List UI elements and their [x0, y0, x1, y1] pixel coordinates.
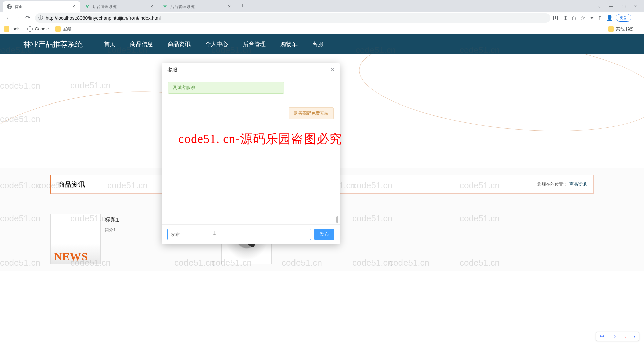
- browser-tab-1[interactable]: 后台管理系统 ×: [80, 1, 158, 12]
- toolbar-icons: ⚿ ⊕ ⎙ ☆ ✦ ▯ 👤: [553, 15, 613, 21]
- folder-icon: [608, 26, 614, 32]
- news-info: 标题1 简介1: [105, 214, 119, 264]
- bookmark-treasure[interactable]: 宝藏: [55, 26, 71, 32]
- key-icon[interactable]: ⚿: [553, 15, 558, 21]
- vue-icon: [162, 4, 168, 9]
- close-window-icon[interactable]: ✕: [634, 4, 637, 9]
- nav-cart[interactable]: 购物车: [279, 34, 299, 55]
- tab-title: 首页: [15, 4, 70, 10]
- ime-toolbar[interactable]: 中 ☽ ‹ ›: [596, 332, 639, 341]
- scrollbar[interactable]: [336, 77, 338, 224]
- nav-news[interactable]: 商品资讯: [166, 34, 192, 55]
- news-title: 标题1: [105, 216, 119, 224]
- nav-admin[interactable]: 后台管理: [241, 34, 267, 55]
- vue-icon: [85, 4, 90, 9]
- chevron-down-icon[interactable]: ⌄: [597, 4, 601, 9]
- chat-input[interactable]: [167, 229, 311, 240]
- chat-message-left: 测试客服聊: [168, 82, 284, 94]
- bookmarks-bar: tools Google 宝藏 其他书签: [0, 24, 644, 34]
- close-icon[interactable]: ×: [149, 4, 154, 9]
- bookmark-tools[interactable]: tools: [4, 26, 20, 32]
- caret-left-icon[interactable]: ‹: [624, 334, 626, 339]
- tab-title: 后台管理系统: [170, 4, 225, 10]
- support-modal: 客服 × 测试客服聊 购买源码免费安装 发布: [162, 63, 340, 244]
- modal-title: 客服: [167, 67, 331, 73]
- forward-button[interactable]: →: [13, 13, 23, 23]
- site-navigation: 林业产品推荐系统 首页 商品信息 商品资讯 个人中心 后台管理 购物车 客服: [0, 34, 644, 54]
- folder-icon: [55, 26, 61, 32]
- send-button[interactable]: 发布: [314, 229, 334, 240]
- nav-products[interactable]: 商品信息: [129, 34, 154, 55]
- ime-language[interactable]: 中: [600, 333, 604, 339]
- translate-icon[interactable]: ⎙: [572, 15, 576, 21]
- update-button[interactable]: 更新: [616, 14, 631, 22]
- browser-tab-bar: 首页 × 后台管理系统 × 后台管理系统 × + ⌄ — ▢ ✕: [0, 0, 644, 12]
- bookmark-google[interactable]: Google: [27, 26, 49, 32]
- close-icon[interactable]: ×: [227, 4, 232, 9]
- profile-icon[interactable]: 👤: [606, 15, 613, 21]
- bookmark-other[interactable]: 其他书签: [608, 26, 633, 32]
- breadcrumb-link[interactable]: 商品资讯: [569, 182, 587, 187]
- news-summary: 简介1: [105, 227, 119, 233]
- news-thumbnail: [50, 214, 101, 264]
- caret-right-icon[interactable]: ›: [634, 334, 635, 339]
- site-brand: 林业产品推荐系统: [23, 39, 83, 49]
- modal-header: 客服 ×: [162, 63, 340, 77]
- star-icon[interactable]: ☆: [580, 15, 585, 21]
- browser-tab-2[interactable]: 后台管理系统 ×: [158, 1, 236, 12]
- close-icon[interactable]: ×: [331, 66, 334, 73]
- nav-support[interactable]: 客服: [311, 34, 325, 55]
- browser-tab-0[interactable]: 首页 ×: [3, 1, 80, 12]
- new-tab-button[interactable]: +: [237, 1, 247, 11]
- address-bar: ← → ⟳ ⓘ http://localhost:8080/linyechanp…: [0, 12, 644, 24]
- nav-links: 首页 商品信息 商品资讯 个人中心 后台管理 购物车 客服: [103, 34, 325, 55]
- text-cursor-icon: ⌶: [213, 230, 216, 236]
- folder-icon: [4, 26, 9, 32]
- info-icon: ⓘ: [38, 15, 43, 21]
- url-input[interactable]: ⓘ http://localhost:8080/linyechanpintuij…: [35, 13, 550, 23]
- extension-icon[interactable]: ✦: [590, 15, 594, 21]
- panel-icon[interactable]: ▯: [599, 15, 602, 21]
- breadcrumb: 您现在的位置： 商品资讯: [537, 181, 587, 187]
- back-button[interactable]: ←: [4, 13, 13, 23]
- globe-icon: [7, 4, 12, 9]
- window-controls: ⌄ — ▢ ✕: [597, 4, 641, 9]
- modal-footer: 发布: [162, 224, 340, 244]
- search-icon[interactable]: ⊕: [563, 15, 568, 21]
- menu-icon[interactable]: ⋮: [634, 14, 640, 22]
- nav-home[interactable]: 首页: [103, 34, 117, 55]
- chat-message-right: 购买源码免费安装: [289, 107, 334, 119]
- moon-icon[interactable]: ☽: [612, 334, 616, 339]
- close-icon[interactable]: ×: [71, 4, 76, 9]
- globe-icon: [27, 26, 33, 32]
- nav-profile[interactable]: 个人中心: [204, 34, 229, 55]
- tab-title: 后台管理系统: [93, 4, 148, 10]
- modal-body: 测试客服聊 购买源码免费安装: [162, 77, 340, 224]
- reload-button[interactable]: ⟳: [23, 13, 32, 23]
- url-text: http://localhost:8080/linyechanpintuijia…: [46, 15, 161, 21]
- minimize-icon[interactable]: —: [609, 4, 613, 9]
- maximize-icon[interactable]: ▢: [622, 4, 626, 9]
